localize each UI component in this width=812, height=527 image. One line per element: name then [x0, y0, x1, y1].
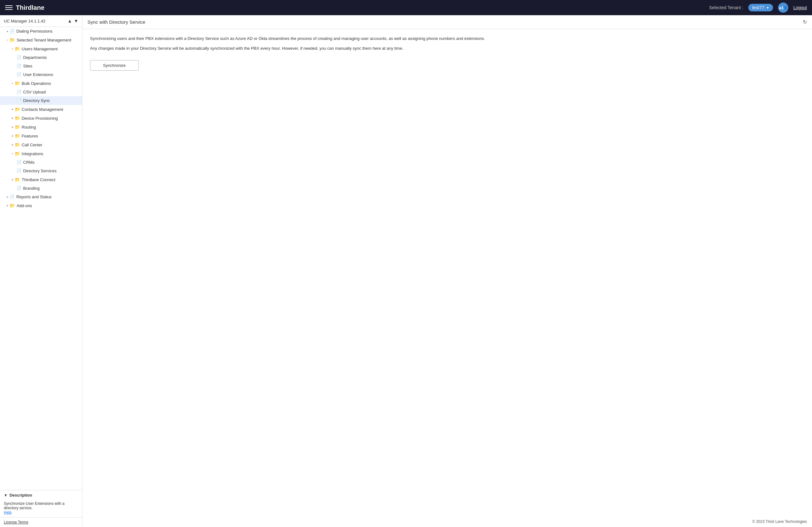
help-link[interactable]: Help [4, 510, 12, 515]
sidebar-item-selected-tenant-management[interactable]: − 📁 Selected Tenant Management [0, 35, 82, 44]
expand-icon: + [11, 125, 13, 129]
content-body: Synchronizing users and their PBX extens… [83, 29, 812, 527]
doc-icon: 📄 [16, 98, 21, 103]
sidebar-nav: + 📄 Dialing Permissions − 📁 Selected Ten… [0, 27, 82, 490]
app-header: Thirdlane Selected Tenant : test77 ▼ a1 … [0, 0, 812, 15]
folder-icon: 📁 [15, 142, 20, 147]
folder-icon: 📁 [15, 177, 20, 182]
tenant-dropdown[interactable]: test77 ▼ [748, 4, 773, 11]
expand-icon: + [11, 116, 13, 120]
sidebar-item-thirdlane-connect[interactable]: + 📁 Thirdlane Connect [0, 175, 82, 184]
sidebar-item-reports-and-status[interactable]: + 📄 Reports and Status [0, 193, 82, 201]
sidebar-item-user-extensions[interactable]: 📄 User Extensions [0, 70, 82, 79]
app-name: Thirdlane [16, 4, 44, 11]
collapse-down-icon[interactable]: ▼ [74, 18, 78, 24]
refresh-icon[interactable]: ↻ [803, 19, 807, 25]
sidebar-item-label: Contacts Management [21, 107, 63, 112]
folder-icon: 📁 [10, 37, 15, 42]
sidebar-item-label: Routing [21, 125, 36, 130]
user-initials: a1 [779, 5, 783, 10]
sidebar-item-sites[interactable]: 📄 Sites [0, 62, 82, 70]
sidebar-item-label: CSV Upload [23, 90, 46, 94]
sidebar-item-contacts-management[interactable]: + 📁 Contacts Management [0, 105, 82, 114]
sidebar-item-dialing-permissions[interactable]: + 📄 Dialing Permissions [0, 27, 82, 35]
sidebar-item-label: Sites [23, 64, 32, 69]
copyright-footer: © 2023 Third Lane Technologies [752, 520, 807, 524]
sidebar-item-label: Dialing Permissions [16, 29, 52, 33]
sidebar-item-label: Users Management [21, 47, 57, 51]
copyright-text: © 2023 Third Lane Technologies [752, 520, 807, 524]
app-logo: Thirdlane [5, 4, 709, 11]
expand-icon: + [6, 204, 8, 208]
sidebar-item-label: Call Center [21, 142, 42, 147]
sidebar-item-branding[interactable]: 📄 Branding [0, 184, 82, 193]
sidebar-item-routing[interactable]: + 📁 Routing [0, 123, 82, 132]
sidebar-item-label: Directory Services [23, 168, 56, 173]
sidebar-item-integrations[interactable]: − 📁 Integrations [0, 149, 82, 158]
sidebar: UC Manager 14.1.1.42 ▲ ▼ + 📄 Dialing Per… [0, 15, 83, 527]
expand-icon: + [6, 29, 8, 33]
user-avatar: a1 👤 [778, 2, 788, 13]
sidebar-item-departments[interactable]: 📄 Departments [0, 53, 82, 62]
sidebar-header: UC Manager 14.1.1.42 ▲ ▼ [0, 15, 82, 27]
folder-icon: 📁 [15, 46, 20, 51]
collapse-icon: − [11, 47, 13, 51]
doc-icon: 📄 [16, 168, 21, 173]
sidebar-item-label: Branding [23, 186, 40, 191]
sidebar-item-csv-upload[interactable]: 📄 CSV Upload [0, 88, 82, 96]
user-icon: 👤 [783, 6, 787, 10]
sidebar-item-directory-sync[interactable]: 📄 Directory Sync [0, 96, 82, 105]
sidebar-item-label: Reports and Status [16, 194, 51, 199]
description-toggle[interactable]: ▼ Description [0, 490, 82, 500]
folder-icon: 📁 [10, 203, 15, 208]
content-title: Sync with Directory Service [87, 19, 145, 25]
sidebar-item-label: User Extensions [23, 72, 53, 77]
expand-icon: + [11, 134, 13, 138]
sidebar-item-call-center[interactable]: + 📁 Call Center [0, 140, 82, 149]
main-layout: UC Manager 14.1.1.42 ▲ ▼ + 📄 Dialing Per… [0, 15, 812, 527]
license-footer: License Terms [0, 517, 82, 527]
sidebar-item-add-ons[interactable]: + 📁 Add-ons [0, 201, 82, 210]
folder-icon: 📁 [15, 133, 20, 138]
content-paragraph-2: Any changes made in your Directory Servi… [90, 45, 804, 52]
doc-icon: 📄 [16, 55, 21, 60]
chevron-down-icon: ▼ [766, 6, 769, 10]
doc-icon: 📄 [10, 29, 15, 33]
hamburger-icon[interactable] [5, 4, 13, 11]
doc-icon: 📄 [16, 72, 21, 77]
sidebar-item-label: Device Provisioning [21, 116, 58, 121]
sidebar-item-label: Bulk Operations [21, 81, 51, 86]
sidebar-item-label: Thirdlane Connect [21, 177, 55, 182]
sidebar-item-label: Departments [23, 55, 47, 60]
version-label: UC Manager 14.1.1.42 [4, 19, 46, 24]
sidebar-item-label: Features [21, 134, 38, 138]
collapse-icon: − [11, 152, 13, 155]
folder-icon: 📁 [15, 116, 20, 121]
doc-icon: 📄 [16, 160, 21, 165]
chevron-down-icon: ▼ [4, 493, 8, 498]
folder-icon: 📁 [15, 81, 20, 86]
collapse-up-icon[interactable]: ▲ [68, 18, 72, 24]
sidebar-item-label: Directory Sync [23, 98, 50, 103]
description-content: Synchronize User Extensions with a direc… [0, 500, 82, 517]
sidebar-item-device-provisioning[interactable]: + 📁 Device Provisioning [0, 114, 82, 123]
collapse-icon: − [6, 38, 8, 42]
sidebar-item-crms[interactable]: 📄 CRMs [0, 158, 82, 167]
content-header: Sync with Directory Service ↻ [83, 15, 812, 29]
expand-icon: + [11, 107, 13, 111]
doc-icon: 📄 [16, 90, 21, 94]
sidebar-item-features[interactable]: + 📁 Features [0, 132, 82, 140]
logout-button[interactable]: Logout [793, 5, 807, 10]
synchronize-button[interactable]: Synchronize [90, 60, 139, 71]
content-paragraph-1: Synchronizing users and their PBX extens… [90, 35, 804, 42]
sidebar-item-users-management[interactable]: − 📁 Users Management [0, 44, 82, 53]
expand-icon: + [11, 178, 13, 181]
doc-folder-icon: 📄 [10, 194, 15, 199]
sidebar-item-directory-services[interactable]: 📄 Directory Services [0, 167, 82, 175]
description-label: Description [10, 493, 32, 498]
sidebar-item-label: Integrations [21, 151, 43, 156]
folder-icon: 📁 [15, 151, 20, 156]
doc-icon: 📄 [16, 64, 21, 69]
sidebar-item-bulk-operations[interactable]: − 📁 Bulk Operations [0, 79, 82, 88]
license-terms-link[interactable]: License Terms [4, 520, 28, 525]
